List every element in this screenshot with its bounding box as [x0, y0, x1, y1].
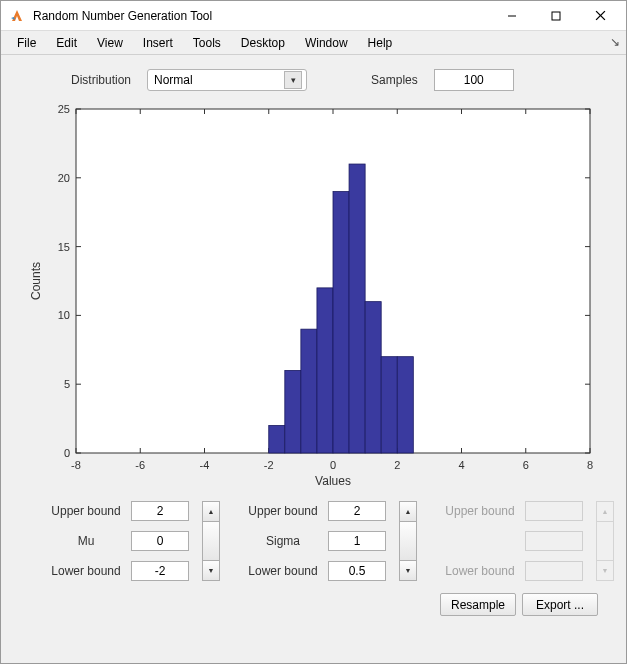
svg-text:6: 6 [522, 459, 528, 471]
svg-text:-4: -4 [199, 459, 209, 471]
menu-view[interactable]: View [87, 33, 133, 53]
g2-upper-label: Upper bound [246, 504, 320, 518]
svg-text:-8: -8 [71, 459, 81, 471]
menu-tools[interactable]: Tools [183, 33, 231, 53]
chevron-down-icon: ▾ [284, 71, 302, 89]
spinner-down-icon[interactable]: ▼ [202, 560, 220, 581]
svg-text:0: 0 [329, 459, 335, 471]
menu-insert[interactable]: Insert [133, 33, 183, 53]
g3-mid-input [525, 531, 583, 551]
g1-mid-input[interactable] [131, 531, 189, 551]
g1-mid-label: Mu [49, 534, 123, 548]
spinner-up-icon[interactable]: ▲ [399, 501, 417, 522]
g3-lower-label: Lower bound [443, 564, 517, 578]
g2-lower-input[interactable] [328, 561, 386, 581]
g1-upper-label: Upper bound [49, 504, 123, 518]
parameter-panel: Upper bound Mu Lower bound ▲ ▼ [13, 491, 614, 581]
minimize-button[interactable] [490, 1, 534, 31]
svg-rect-53 [300, 329, 316, 453]
window-title: Random Number Generation Tool [33, 9, 490, 23]
distribution-select-value: Normal [154, 73, 284, 87]
svg-text:-6: -6 [135, 459, 145, 471]
spinner-down-icon: ▼ [596, 560, 614, 581]
svg-rect-56 [349, 164, 365, 453]
samples-input[interactable] [434, 69, 514, 91]
g3-upper-input [525, 501, 583, 521]
spinner-up-icon[interactable]: ▲ [202, 501, 220, 522]
samples-label: Samples [371, 73, 418, 87]
svg-rect-51 [268, 425, 284, 453]
g3-upper-label: Upper bound [443, 504, 517, 518]
spinner-down-icon[interactable]: ▼ [399, 560, 417, 581]
spinner-up-icon: ▲ [596, 501, 614, 522]
svg-text:-2: -2 [263, 459, 273, 471]
resample-button[interactable]: Resample [440, 593, 516, 616]
svg-rect-52 [284, 370, 300, 453]
menu-window[interactable]: Window [295, 33, 358, 53]
svg-text:15: 15 [57, 241, 69, 253]
g1-lower-input[interactable] [131, 561, 189, 581]
svg-text:Values: Values [315, 474, 351, 488]
menu-help[interactable]: Help [358, 33, 403, 53]
svg-text:Counts: Counts [29, 262, 43, 300]
svg-text:10: 10 [57, 309, 69, 321]
spinner-track[interactable] [399, 522, 417, 560]
histogram-chart: 0510152025-8-6-4-202468ValuesCounts [26, 101, 602, 491]
menu-file[interactable]: File [7, 33, 46, 53]
g3-lower-input [525, 561, 583, 581]
g1-upper-input[interactable] [131, 501, 189, 521]
param-group-3: Upper bound Lower bound ▲ ▼ [443, 501, 614, 581]
distribution-select[interactable]: Normal ▾ [147, 69, 307, 91]
g2-upper-input[interactable] [328, 501, 386, 521]
menu-desktop[interactable]: Desktop [231, 33, 295, 53]
svg-rect-54 [316, 288, 332, 453]
param-group-2: Upper bound Sigma Lower bound ▲ ▼ [246, 501, 417, 581]
close-button[interactable] [578, 1, 622, 31]
g2-mid-label: Sigma [246, 534, 320, 548]
g1-spinner[interactable]: ▲ ▼ [202, 501, 220, 581]
menubar: File Edit View Insert Tools Desktop Wind… [1, 31, 626, 55]
menu-edit[interactable]: Edit [46, 33, 87, 53]
g2-mid-input[interactable] [328, 531, 386, 551]
g2-lower-label: Lower bound [246, 564, 320, 578]
svg-text:4: 4 [458, 459, 464, 471]
svg-text:8: 8 [586, 459, 592, 471]
svg-rect-59 [397, 357, 413, 453]
svg-rect-2 [552, 12, 560, 20]
spinner-track [596, 522, 614, 560]
maximize-button[interactable] [534, 1, 578, 31]
svg-text:20: 20 [57, 172, 69, 184]
matlab-icon [9, 8, 25, 24]
svg-text:5: 5 [63, 378, 69, 390]
titlebar: Random Number Generation Tool [1, 1, 626, 31]
svg-text:25: 25 [57, 103, 69, 115]
g1-lower-label: Lower bound [49, 564, 123, 578]
export-button[interactable]: Export ... [522, 593, 598, 616]
svg-text:0: 0 [63, 447, 69, 459]
distribution-label: Distribution [71, 73, 131, 87]
svg-rect-55 [333, 192, 349, 453]
dock-icon[interactable]: ↘ [610, 35, 620, 49]
param-group-1: Upper bound Mu Lower bound ▲ ▼ [49, 501, 220, 581]
spinner-track[interactable] [202, 522, 220, 560]
g2-spinner[interactable]: ▲ ▼ [399, 501, 417, 581]
svg-rect-57 [365, 302, 381, 453]
svg-rect-58 [381, 357, 397, 453]
g3-spinner: ▲ ▼ [596, 501, 614, 581]
svg-text:2: 2 [394, 459, 400, 471]
